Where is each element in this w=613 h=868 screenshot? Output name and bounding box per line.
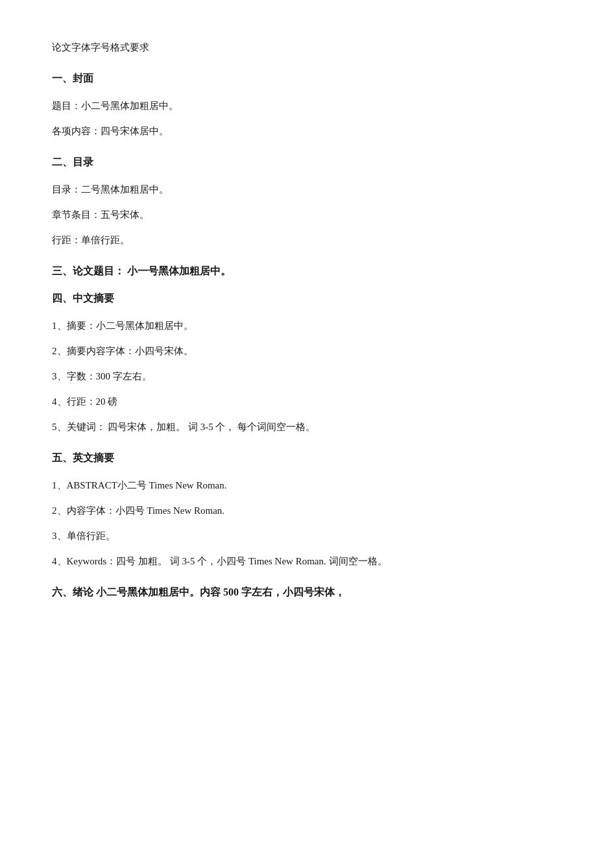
section-1-heading: 一、封面 [52, 69, 558, 88]
section-4-item-1: 1、摘要：小二号黑体加粗居中。 [52, 317, 558, 335]
section-5-item-4: 4、Keywords：四号 加粗。 词 3-5 个，小四号 Times New … [52, 553, 558, 570]
document-content: 论文字体字号格式要求 一、封面 题目：小二号黑体加粗居中。 各项内容：四号宋体居… [52, 39, 558, 602]
section-3-heading: 三、论文题目： 小一号黑体加粗居中。 [52, 262, 558, 281]
section-6-heading: 六、绪论 小二号黑体加粗居中。内容 500 字左右，小四号宋体， [52, 583, 558, 602]
section-4-item-5: 5、关键词： 四号宋体，加粗。 词 3-5 个， 每个词间空一格。 [52, 418, 558, 436]
section-2-heading: 二、目录 [52, 153, 558, 172]
section-2-item-1: 目录：二号黑体加粗居中。 [52, 181, 558, 199]
section-4-heading: 四、中文摘要 [52, 289, 558, 308]
section-4-item-4: 4、行距：20 磅 [52, 393, 558, 411]
section-4-item-3: 3、字数：300 字左右。 [52, 368, 558, 385]
section-2-item-3: 行距：单倍行距。 [52, 232, 558, 249]
section-4-item-2: 2、摘要内容字体：小四号宋体。 [52, 343, 558, 360]
section-5-heading: 五、英文摘要 [52, 449, 558, 468]
section-2-item-2: 章节条目：五号宋体。 [52, 206, 558, 224]
section-5-item-3: 3、单倍行距。 [52, 527, 558, 545]
section-5-item-1: 1、ABSTRACT小二号 Times New Roman. [52, 477, 558, 494]
section-1-item-1: 题目：小二号黑体加粗居中。 [52, 97, 558, 115]
section-1-item-2: 各项内容：四号宋体居中。 [52, 123, 558, 140]
section-5-item-2: 2、内容字体：小四号 Times New Roman. [52, 502, 558, 520]
document-title: 论文字体字号格式要求 [52, 39, 558, 56]
